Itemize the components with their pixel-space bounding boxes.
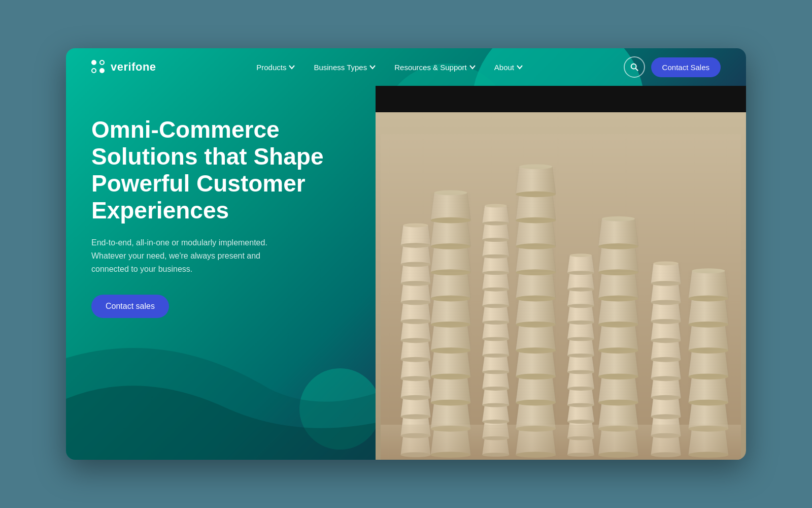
logo-text: verifone	[111, 60, 156, 74]
chevron-down-icon	[288, 64, 295, 71]
nav-item-products[interactable]: Products	[249, 59, 302, 76]
contact-sales-button[interactable]: Contact Sales	[651, 57, 721, 77]
search-button[interactable]	[624, 56, 645, 78]
nav-item-about[interactable]: About	[487, 59, 530, 76]
wave-decoration	[66, 297, 411, 460]
svg-rect-13	[381, 425, 741, 460]
svg-point-0	[631, 64, 636, 69]
nav-business-types-label: Business Types	[314, 63, 367, 72]
nav-products-label: Products	[256, 63, 286, 72]
logo-dot-3	[91, 68, 96, 73]
hero-cta-button[interactable]: Contact sales	[91, 295, 169, 318]
chevron-down-icon	[369, 64, 376, 71]
search-icon	[630, 62, 639, 72]
hero-title: Omni-Commerce Solutions that Shape Power…	[91, 116, 325, 224]
nav-links: Products Business Types Resources & Supp…	[249, 59, 530, 76]
nav-resources-label: Resources & Support	[394, 63, 467, 72]
nav-about-label: About	[494, 63, 514, 72]
navbar: verifone Products Business Types Resourc…	[66, 48, 746, 86]
hero-content: Omni-Commerce Solutions that Shape Power…	[66, 86, 350, 318]
svg-line-1	[635, 69, 638, 71]
chevron-down-icon	[516, 64, 523, 71]
image-black-bar	[376, 86, 746, 112]
nav-item-resources[interactable]: Resources & Support	[387, 59, 483, 76]
hero-subtitle: End-to-end, all-in-one or modularly impl…	[91, 236, 284, 276]
cups-image	[376, 112, 746, 460]
product-image	[376, 86, 746, 460]
logo-dot-2	[99, 60, 105, 65]
logo-dot-1	[91, 60, 96, 65]
chevron-down-icon	[469, 64, 476, 71]
cups-svg	[381, 112, 741, 460]
logo[interactable]: verifone	[91, 60, 156, 74]
logo-dots	[91, 60, 106, 74]
nav-item-business-types[interactable]: Business Types	[307, 59, 383, 76]
browser-window: verifone Products Business Types Resourc…	[66, 48, 746, 460]
logo-dot-4	[99, 68, 105, 73]
nav-actions: Contact Sales	[624, 56, 721, 78]
